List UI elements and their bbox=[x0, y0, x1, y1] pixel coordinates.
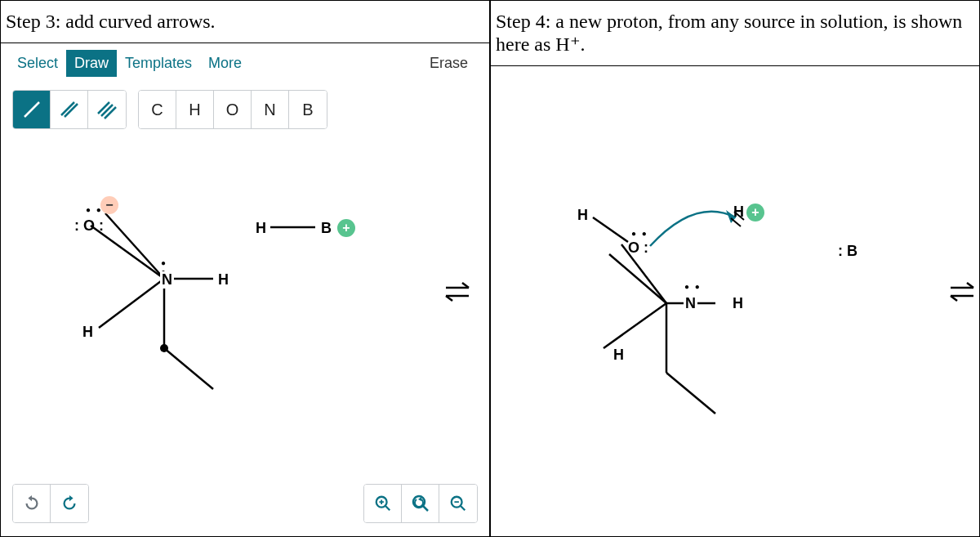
atom-h-wedge-label-r: H bbox=[613, 347, 624, 364]
atom-tool-group: C H O N B bbox=[138, 90, 327, 129]
atom-h-wedge-label: H bbox=[82, 324, 93, 341]
zoom-group bbox=[363, 484, 478, 523]
svg-line-21 bbox=[461, 506, 466, 511]
atom-h-n-label: H bbox=[218, 271, 229, 289]
svg-line-0 bbox=[24, 102, 39, 117]
main-toolbar: Select Draw Templates More Erase bbox=[1, 43, 489, 83]
svg-line-3 bbox=[98, 102, 109, 114]
history-group bbox=[12, 484, 89, 523]
molecule-area-step4: H ● ● O : H + H ● ● N H : B bbox=[491, 66, 979, 508]
panel-title-step4: Step 4: a new proton, from any source in… bbox=[491, 1, 979, 66]
charge-positive-b: + bbox=[337, 219, 355, 237]
atom-n-label-r: N bbox=[684, 295, 697, 312]
zoom-reset-button[interactable] bbox=[402, 485, 439, 522]
erase-button[interactable]: Erase bbox=[416, 50, 481, 77]
tab-group: Select Draw Templates More bbox=[9, 50, 250, 77]
double-bond-tool[interactable] bbox=[51, 91, 88, 128]
equilibrium-arrow-2 bbox=[946, 278, 978, 313]
svg-line-31 bbox=[593, 217, 628, 242]
panel-step4: Step 4: a new proton, from any source in… bbox=[490, 0, 980, 537]
svg-line-29 bbox=[666, 373, 715, 414]
atom-b-label: B bbox=[321, 220, 332, 237]
tab-templates[interactable]: Templates bbox=[117, 50, 200, 77]
zoom-out-button[interactable] bbox=[439, 485, 477, 522]
charge-positive-h: + bbox=[746, 204, 764, 222]
atom-n-label: N bbox=[160, 271, 174, 289]
tool-row: C H O N B bbox=[1, 83, 489, 136]
undo-button[interactable] bbox=[13, 485, 51, 522]
atom-o-label-r: O : bbox=[628, 239, 648, 257]
svg-line-27 bbox=[604, 303, 666, 348]
svg-line-15 bbox=[385, 506, 390, 511]
redo-button[interactable] bbox=[51, 485, 88, 522]
svg-line-4 bbox=[101, 105, 113, 116]
svg-line-19 bbox=[423, 506, 428, 511]
atom-h-n-label-r: H bbox=[733, 295, 743, 312]
atom-h-b-label: H bbox=[256, 220, 266, 237]
svg-line-10 bbox=[164, 348, 213, 389]
triple-bond-tool[interactable] bbox=[88, 91, 126, 128]
svg-line-7 bbox=[105, 213, 164, 279]
tab-draw[interactable]: Draw bbox=[66, 50, 117, 77]
molecule-step4 bbox=[491, 66, 980, 508]
atom-o-label: : O : bbox=[74, 217, 104, 235]
atom-n-button[interactable]: N bbox=[252, 91, 289, 128]
svg-line-5 bbox=[105, 107, 116, 119]
atom-o-button[interactable]: O bbox=[214, 91, 252, 128]
svg-line-8 bbox=[99, 279, 164, 328]
atom-b-button[interactable]: B bbox=[289, 91, 327, 128]
bond-tool-group bbox=[12, 90, 127, 129]
lone-pair-n-r: ● ● bbox=[684, 282, 702, 291]
atom-c-button[interactable]: C bbox=[139, 91, 176, 128]
tab-more[interactable]: More bbox=[200, 50, 250, 77]
atom-hplus-label: H bbox=[733, 204, 744, 221]
panel-title-step3: Step 3: add curved arrows. bbox=[1, 1, 489, 43]
tab-select[interactable]: Select bbox=[9, 50, 66, 77]
atom-h-button[interactable]: H bbox=[176, 91, 214, 128]
single-bond-tool[interactable] bbox=[13, 91, 51, 128]
atom-b-label-r: : B bbox=[838, 243, 858, 260]
bottom-toolbar bbox=[1, 484, 489, 523]
drawing-canvas[interactable]: : O : ● ● − H ●● N H H B + bbox=[1, 136, 489, 430]
equilibrium-arrow-1 bbox=[441, 278, 474, 313]
molecule-step3 bbox=[1, 136, 491, 430]
lone-pair-o-top-r: ● ● bbox=[631, 229, 648, 238]
svg-point-12 bbox=[160, 344, 168, 352]
svg-line-25 bbox=[609, 254, 666, 303]
zoom-in-button[interactable] bbox=[364, 485, 402, 522]
panel-step3: Step 3: add curved arrows. Select Draw T… bbox=[0, 0, 490, 537]
atom-h-oh-label: H bbox=[577, 207, 588, 224]
charge-negative: − bbox=[100, 196, 118, 214]
